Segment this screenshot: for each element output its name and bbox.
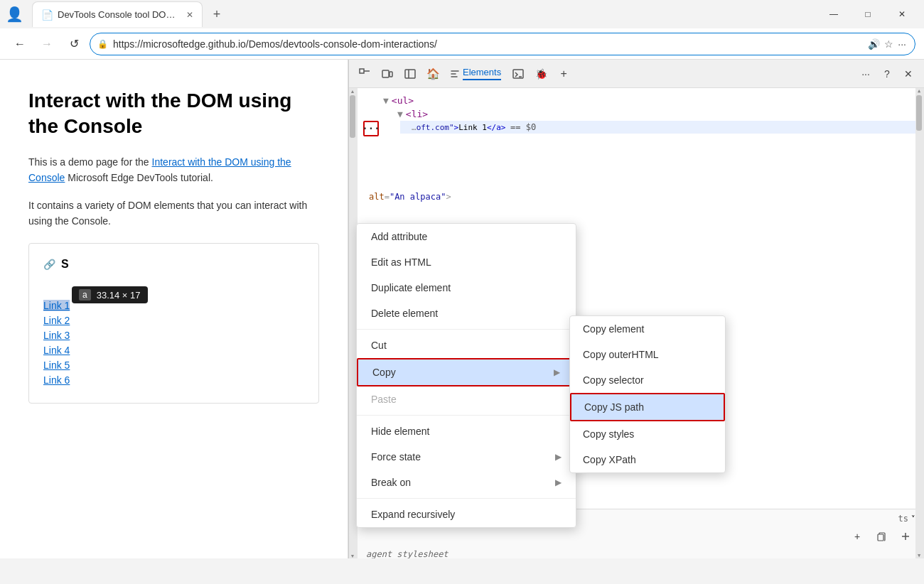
read-aloud-icon[interactable]: 🔊 bbox=[868, 38, 880, 50]
back-button[interactable]: ← bbox=[9, 33, 31, 55]
tab-close-btn[interactable]: ✕ bbox=[186, 10, 193, 20]
home-btn[interactable]: 🏠 bbox=[423, 64, 443, 84]
more-tools-devtools-btn[interactable]: ··· bbox=[856, 64, 876, 84]
dollar-zero: == $0 bbox=[510, 122, 536, 132]
list-item: Link 6 bbox=[43, 374, 304, 386]
demo-header: 🔗 S bbox=[43, 258, 304, 271]
ctx-delete[interactable]: Delete element bbox=[357, 301, 576, 326]
favorites-icon[interactable]: ☆ bbox=[884, 38, 893, 50]
sub-copy-js-path[interactable]: Copy JS path bbox=[570, 393, 725, 421]
copy-style-btn[interactable] bbox=[871, 526, 891, 546]
forward-button[interactable]: → bbox=[36, 33, 58, 55]
dom-li-line[interactable]: ▼ <li> bbox=[358, 107, 924, 121]
url-text: https://microsoftedge.github.io/Demos/de… bbox=[113, 38, 437, 50]
sub-copy-selector[interactable]: Copy selector bbox=[570, 367, 725, 393]
profile-icon[interactable]: 👤 bbox=[6, 6, 23, 23]
debug-btn[interactable]: 🐞 bbox=[531, 64, 551, 84]
link-1[interactable]: Link 1 bbox=[43, 300, 70, 311]
more-options-btn[interactable]: ··· bbox=[363, 121, 379, 136]
new-tab-button[interactable]: + bbox=[205, 3, 228, 26]
link-4[interactable]: Link 4 bbox=[43, 345, 70, 356]
desc-post: Microsoft Edge DevTools tutorial. bbox=[65, 172, 213, 183]
break-on-arrow: ▶ bbox=[555, 477, 562, 487]
link-6[interactable]: Link 6 bbox=[43, 374, 70, 386]
dom-ul-line[interactable]: ▼ <ul> bbox=[358, 94, 924, 107]
more-tools-icon[interactable]: ··· bbox=[898, 38, 906, 50]
elements-tab-label[interactable]: Elements bbox=[463, 67, 501, 80]
sub-copy-element[interactable]: Copy element bbox=[570, 316, 725, 342]
sub-copy-xpath[interactable]: Copy XPath bbox=[570, 447, 725, 472]
desc-pre: This is a demo page for the bbox=[28, 156, 152, 168]
list-item: Link 5 bbox=[43, 359, 304, 372]
address-bar[interactable]: 🔒 https://microsoftedge.github.io/Demos/… bbox=[90, 33, 915, 55]
webpage-content: Interact with the DOM using the Console … bbox=[0, 60, 348, 558]
force-state-arrow: ▶ bbox=[555, 452, 562, 462]
svg-rect-2 bbox=[382, 70, 389, 77]
copy-submenu: Copy element Copy outerHTML Copy selecto… bbox=[569, 315, 726, 473]
li-tag: <li> bbox=[406, 109, 428, 119]
close-button[interactable]: ✕ bbox=[886, 3, 918, 26]
console-btn[interactable] bbox=[508, 64, 528, 84]
add-style-btn[interactable]: + bbox=[847, 526, 867, 546]
ctx-copy[interactable]: Copy ▶ bbox=[357, 358, 576, 386]
ctx-duplicate[interactable]: Duplicate element bbox=[357, 275, 576, 301]
ctx-hide[interactable]: Hide element bbox=[357, 418, 576, 444]
dom-link-line[interactable]: …oft.com">Link 1</a> == $0 bbox=[400, 121, 924, 134]
link-5[interactable]: Link 5 bbox=[43, 359, 70, 371]
link-icon: 🔗 bbox=[43, 259, 55, 270]
devtools-panel: 🏠 Elements 🐞 + ··· ? ✕ ▲ bbox=[348, 60, 924, 558]
help-btn[interactable]: ? bbox=[877, 64, 897, 84]
list-item: Link 2 bbox=[43, 314, 304, 327]
svg-rect-3 bbox=[390, 72, 392, 77]
tab-icon: 📄 bbox=[41, 9, 53, 21]
link-snippet: …oft.com">Link 1</a> == $0 bbox=[412, 122, 536, 132]
link-list: Link 1 Link 2 Link 3 Link 4 Link 5 Link … bbox=[43, 299, 304, 386]
styles-label: ts bbox=[898, 514, 908, 524]
ctx-paste[interactable]: Paste bbox=[357, 386, 576, 412]
page-desc2: It contains a variety of DOM elements th… bbox=[28, 198, 319, 229]
ctx-divider-2 bbox=[357, 415, 576, 416]
demo-label: S bbox=[61, 258, 69, 271]
minimize-button[interactable]: — bbox=[817, 3, 850, 26]
main-area: Interact with the DOM using the Console … bbox=[0, 60, 924, 558]
ctx-expand[interactable]: Expand recursively bbox=[357, 502, 576, 527]
title-bar: 👤 📄 DevTools Console tool DOM inte ✕ + —… bbox=[0, 0, 924, 28]
link-3[interactable]: Link 3 bbox=[43, 330, 70, 341]
link-2[interactable]: Link 2 bbox=[43, 315, 70, 326]
add-tab-btn[interactable]: + bbox=[554, 64, 574, 84]
refresh-button[interactable]: ↺ bbox=[63, 33, 85, 55]
browser-tab[interactable]: 📄 DevTools Console tool DOM inte ✕ bbox=[32, 1, 203, 27]
svg-rect-0 bbox=[360, 69, 364, 73]
device-mode-btn[interactable] bbox=[377, 64, 397, 84]
element-more-btn[interactable]: ··· bbox=[363, 121, 379, 136]
maximize-button[interactable]: □ bbox=[852, 3, 884, 26]
demo-box: 🔗 S a 33.14 × 17 Link 1 Link 2 Link 3 Li… bbox=[28, 243, 319, 404]
svg-rect-8 bbox=[878, 534, 883, 541]
ctx-force-state[interactable]: Force state ▶ bbox=[357, 444, 576, 470]
element-tooltip: a 33.14 × 17 bbox=[72, 286, 148, 303]
ul-tag: <ul> bbox=[392, 95, 414, 106]
dom-alt-line[interactable]: alt="An alpaca"> bbox=[358, 190, 924, 203]
page-heading: Interact with the DOM using the Console bbox=[28, 88, 319, 140]
ctx-break-on[interactable]: Break on ▶ bbox=[357, 470, 576, 495]
stylesheet-label: agent stylesheet bbox=[366, 549, 915, 558]
tooltip-tag: a bbox=[79, 289, 91, 301]
ctx-add-attribute[interactable]: Add attribute bbox=[357, 224, 576, 249]
ctx-cut[interactable]: Cut bbox=[357, 332, 576, 358]
ctx-divider-1 bbox=[357, 329, 576, 330]
close-devtools-btn[interactable]: ✕ bbox=[898, 64, 918, 84]
alt-snippet: alt="An alpaca"> bbox=[369, 192, 451, 202]
ctx-edit-html[interactable]: Edit as HTML bbox=[357, 249, 576, 275]
right-scrollbar[interactable]: ▲ ▼ bbox=[915, 88, 924, 558]
svg-rect-4 bbox=[405, 70, 415, 78]
sub-copy-outerhtml[interactable]: Copy outerHTML bbox=[570, 342, 725, 367]
sidebar-btn[interactable] bbox=[400, 64, 420, 84]
navigation-bar: ← → ↺ 🔒 https://microsoftedge.github.io/… bbox=[0, 28, 924, 60]
new-style-rule-btn[interactable] bbox=[896, 526, 915, 546]
sub-copy-styles[interactable]: Copy styles bbox=[570, 421, 725, 447]
devtools-toolbar: 🏠 Elements 🐞 + ··· ? ✕ bbox=[349, 60, 924, 88]
title-bar-left: 👤 bbox=[6, 6, 23, 23]
lock-icon: 🔒 bbox=[97, 39, 108, 49]
context-menu: Add attribute Edit as HTML Duplicate ele… bbox=[356, 223, 576, 528]
inspect-element-btn[interactable] bbox=[355, 64, 375, 84]
